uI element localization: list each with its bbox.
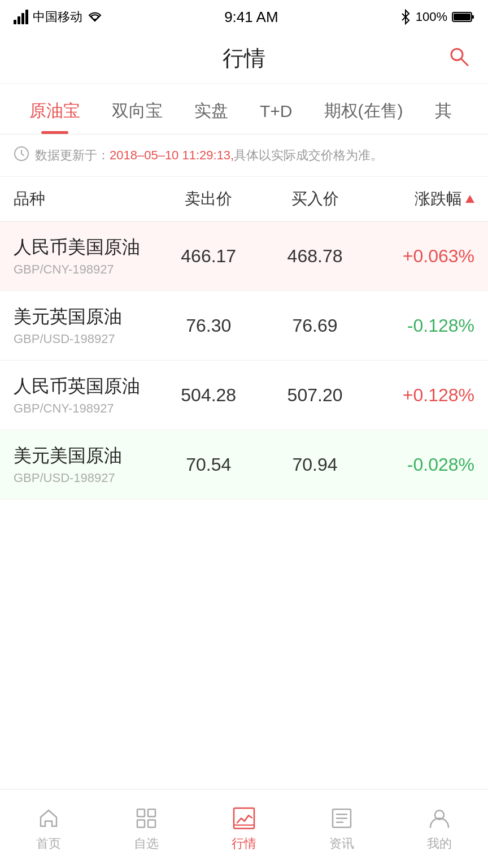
sub-name-2: GBP/CNY-198927	[14, 401, 155, 416]
cell-name-1: 美元英国原油 GBP/USD-198927	[14, 305, 155, 346]
status-left: 中国移动	[14, 8, 103, 25]
signal-bars	[14, 10, 28, 24]
table-row[interactable]: 人民币美国原油 GBP/CNY-198927 466.17 468.78 +0.…	[0, 222, 488, 291]
tab-more[interactable]: 其	[419, 84, 468, 134]
svg-rect-7	[148, 809, 155, 817]
page-title: 行情	[223, 44, 265, 73]
svg-rect-6	[137, 809, 145, 817]
cell-change-1: -0.128%	[368, 305, 474, 346]
nav-news[interactable]: 资讯	[293, 806, 390, 852]
cell-buy-1: 76.69	[262, 305, 368, 346]
table-row[interactable]: 人民币英国原油 GBP/CNY-198927 504.28 507.20 +0.…	[0, 361, 488, 430]
svg-rect-8	[137, 820, 145, 827]
main-name-0: 人民币美国原油	[14, 235, 155, 260]
update-suffix: 具体以实际成交价格为准。	[234, 147, 383, 164]
wifi-icon	[87, 11, 103, 23]
tab-shuangxiangbao[interactable]: 双向宝	[96, 84, 178, 134]
update-info-bar: 数据更新于： 2018–05–10 11:29:13, 具体以实际成交价格为准。	[0, 134, 488, 177]
col-header-name: 品种	[14, 188, 155, 210]
cell-change-2: +0.128%	[368, 374, 474, 416]
battery-percentage: 100%	[416, 10, 447, 24]
svg-rect-1	[472, 15, 474, 19]
cell-buy-0: 468.78	[262, 235, 368, 277]
svg-line-4	[461, 58, 468, 65]
page-header: 行情	[0, 34, 488, 84]
svg-rect-2	[454, 14, 470, 20]
cell-sell-0: 466.17	[155, 235, 262, 277]
nav-market[interactable]: 行情	[195, 806, 293, 852]
sub-name-1: GBP/USD-198927	[14, 332, 155, 346]
grid-icon	[134, 806, 159, 831]
search-button[interactable]	[447, 45, 470, 72]
status-bar: 中国移动 9:41 AM 100%	[0, 0, 488, 34]
cell-sell-2: 504.28	[155, 374, 262, 416]
tab-yuanyoubao[interactable]: 原油宝	[14, 84, 96, 134]
svg-rect-9	[148, 820, 155, 827]
col-header-sell: 卖出价	[155, 188, 262, 210]
cell-sell-1: 76.30	[155, 305, 262, 346]
sub-name-3: GBP/USD-198927	[14, 471, 155, 485]
table-row[interactable]: 美元英国原油 GBP/USD-198927 76.30 76.69 -0.128…	[0, 291, 488, 361]
table-body: 人民币美国原油 GBP/CNY-198927 466.17 468.78 +0.…	[0, 222, 488, 500]
cell-buy-3: 70.94	[262, 444, 368, 485]
carrier-label: 中国移动	[33, 8, 82, 25]
nav-watchlist-label: 自选	[134, 835, 159, 852]
main-name-2: 人民币英国原油	[14, 374, 155, 399]
update-prefix: 数据更新于：	[35, 147, 110, 164]
battery-icon	[452, 11, 474, 23]
sub-name-0: GBP/CNY-198927	[14, 262, 155, 277]
tab-shipan[interactable]: 实盘	[178, 84, 244, 134]
nav-home-label: 首页	[36, 835, 61, 852]
cell-change-0: +0.063%	[368, 235, 474, 277]
cell-buy-2: 507.20	[262, 374, 368, 416]
person-icon	[427, 806, 452, 831]
table-header: 品种 卖出价 买入价 涨跌幅	[0, 177, 488, 222]
clock-icon	[14, 146, 29, 165]
nav-news-label: 资讯	[329, 835, 354, 852]
bottom-nav: 首页 自选 行情 资讯 我的	[0, 789, 488, 868]
main-name-3: 美元美国原油	[14, 444, 155, 468]
table-row[interactable]: 美元美国原油 GBP/USD-198927 70.54 70.94 -0.028…	[0, 430, 488, 500]
cell-name-0: 人民币美国原油 GBP/CNY-198927	[14, 235, 155, 277]
home-icon	[36, 806, 61, 831]
cell-change-3: -0.028%	[368, 444, 474, 485]
status-time: 9:41 AM	[224, 8, 278, 26]
main-name-1: 美元英国原油	[14, 305, 155, 329]
nav-mine[interactable]: 我的	[390, 806, 488, 852]
tab-tplusd[interactable]: T+D	[244, 86, 308, 132]
cell-name-3: 美元美国原油 GBP/USD-198927	[14, 444, 155, 485]
nav-watchlist[interactable]: 自选	[98, 806, 195, 852]
nav-market-label: 行情	[232, 835, 256, 852]
col-header-buy: 买入价	[262, 188, 368, 210]
nav-home[interactable]: 首页	[0, 806, 98, 852]
status-right: 100%	[400, 9, 474, 25]
chart-icon	[232, 806, 256, 831]
update-timestamp: 2018–05–10 11:29:13,	[110, 148, 234, 163]
nav-mine-label: 我的	[427, 835, 452, 852]
bluetooth-icon	[400, 9, 411, 25]
tabs-bar: 原油宝 双向宝 实盘 T+D 期权(在售) 其	[0, 84, 488, 134]
cell-sell-3: 70.54	[155, 444, 262, 485]
col-header-change: 涨跌幅	[368, 188, 474, 210]
cell-name-2: 人民币英国原油 GBP/CNY-198927	[14, 374, 155, 416]
sort-arrow-icon	[465, 195, 474, 203]
tab-qiquan[interactable]: 期权(在售)	[308, 84, 419, 134]
news-icon	[329, 806, 354, 831]
